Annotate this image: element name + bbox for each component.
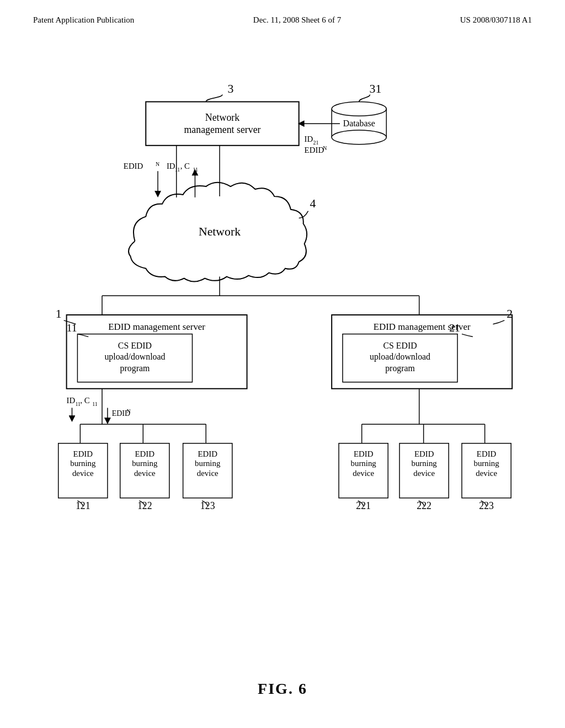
edidn-down-label: EDID	[124, 162, 143, 170]
dev123-text1: EDID	[198, 449, 217, 458]
node2-edid-mgmt-text: EDID management server	[374, 322, 471, 332]
dev121-text1: EDID	[73, 449, 93, 458]
figure-caption: FIG. 6	[0, 680, 565, 698]
node2-cs-edid-text3: program	[385, 363, 415, 373]
dev223-text2: burning	[473, 459, 499, 468]
dev122-text3: device	[134, 469, 156, 478]
label21-brace	[462, 334, 473, 337]
id11-c11-left-label: ID	[67, 396, 76, 405]
dev221-text2: burning	[351, 459, 377, 468]
dev123-text2: burning	[195, 459, 221, 468]
dev223-text1: EDID	[477, 449, 497, 458]
network-text: Network	[199, 225, 241, 238]
page-header: Patent Application Publication Dec. 11, …	[0, 0, 565, 25]
dev222-text1: EDID	[414, 449, 434, 458]
dev121-text2: burning	[70, 459, 96, 468]
id11-sub: 11	[175, 167, 180, 173]
node2-cs-edid-text1: CS EDID	[383, 341, 417, 350]
label-1: 1	[56, 307, 62, 320]
header-right: US 2008/0307118 A1	[460, 15, 532, 25]
dev222-text3: device	[413, 469, 435, 478]
header-middle: Dec. 11, 2008 Sheet 6 of 7	[253, 15, 341, 25]
label2-brace	[493, 320, 505, 324]
label-4: 4	[310, 197, 316, 210]
dev222-text2: burning	[412, 459, 438, 468]
edidn-label-db: EDID	[305, 146, 324, 154]
c11-label: , C	[180, 162, 190, 170]
node1-cs-edid-text2: upload/download	[104, 352, 165, 362]
network-mgmt-server-text2: management server	[184, 124, 260, 135]
database-bottom	[332, 130, 386, 144]
label-31: 31	[370, 82, 382, 95]
edidn-down-sub: N	[156, 161, 159, 167]
c11-left-sub: 11	[92, 401, 98, 407]
dev123-text3: device	[197, 469, 218, 478]
edidn-arrowhead-left	[104, 417, 111, 424]
dev122-text1: EDID	[135, 449, 155, 458]
id21-label: ID	[305, 135, 313, 143]
node1-edid-mgmt-text: EDID management server	[108, 322, 205, 332]
dev122-text2: burning	[132, 459, 158, 468]
edidn-left-sub: N	[127, 408, 131, 414]
id21-sub: 21	[313, 140, 318, 146]
label4-brace	[299, 211, 308, 218]
header-left: Patent Application Publication	[33, 15, 134, 25]
node1-cs-edid-text1: CS EDID	[118, 341, 152, 350]
edidn-down-arrowhead	[154, 191, 161, 197]
node1-cs-edid-text3: program	[120, 363, 150, 373]
database-top	[332, 102, 386, 116]
network-mgmt-server-text1: Network	[205, 112, 239, 123]
id11-c11-label: ID	[167, 162, 175, 170]
dev223-text3: device	[476, 469, 497, 478]
label-3: 3	[227, 82, 233, 95]
node2-cs-edid-text2: upload/download	[370, 352, 430, 362]
dev121-text3: device	[72, 469, 94, 478]
c11-left-label: , C	[80, 396, 89, 405]
diagram-area: 3 31 Network management server Database …	[33, 72, 532, 673]
edidn-sub-db: N	[323, 145, 327, 151]
dev221-text1: EDID	[354, 449, 374, 458]
label-11: 11	[67, 322, 77, 334]
database-text: Database	[343, 119, 375, 128]
dev221-text3: device	[353, 469, 374, 478]
